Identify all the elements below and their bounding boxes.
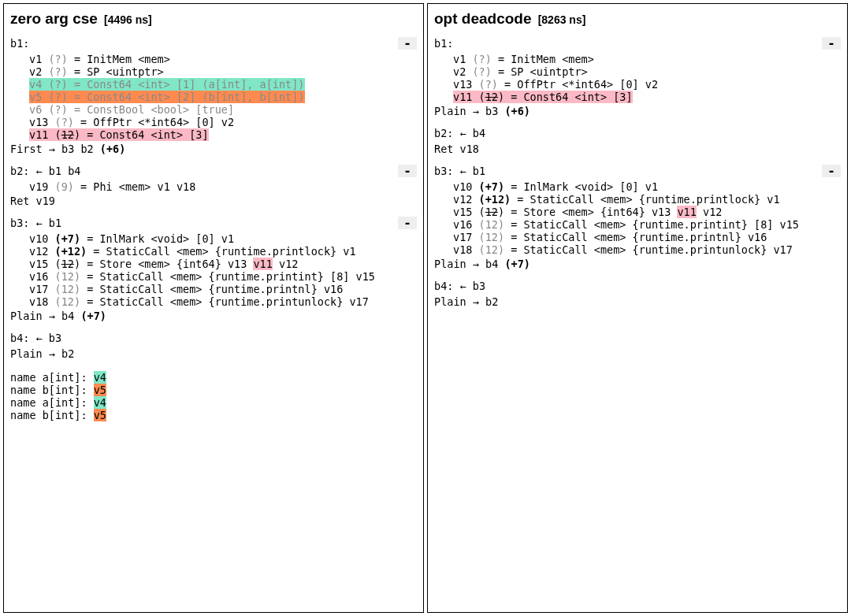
ssa-token[interactable]: v1 — [453, 53, 472, 65]
ssa-token[interactable]: (+7) — [80, 310, 106, 322]
ssa-token[interactable]: = StaticCall <mem> {runtime.printlock} v… — [511, 193, 779, 206]
ssa-token[interactable]: v10 — [453, 180, 479, 193]
ssa-token[interactable]: = StaticCall <mem> {runtime.printint} [8… — [80, 270, 375, 283]
ssa-token[interactable]: = Phi <mem> v1 v18 — [74, 180, 195, 193]
ssa-token[interactable]: (+7) — [55, 232, 81, 245]
ssa-token[interactable]: v11 — [253, 258, 272, 270]
ssa-token[interactable]: v12 — [697, 206, 723, 218]
ssa-token[interactable]: = StaticCall <mem> {runtime.printint} [8… — [504, 218, 799, 231]
block-header[interactable]: b4: ← b3 — [10, 332, 61, 344]
name-value[interactable]: v4 — [94, 371, 106, 384]
ssa-token[interactable]: (+6) — [100, 143, 126, 155]
ssa-token[interactable]: (?) — [48, 53, 67, 65]
ssa-token[interactable]: = InlMark <void> [0] v1 — [80, 232, 234, 245]
ssa-token[interactable]: v10 — [29, 232, 55, 245]
ssa-token[interactable]: (+12) — [55, 245, 87, 258]
ssa-token[interactable]: (+12) — [479, 193, 511, 206]
ssa-token[interactable]: ) = Const64 <int> [3] — [498, 91, 633, 103]
ssa-token[interactable]: v13 — [453, 78, 479, 91]
ssa-token[interactable]: (?) — [479, 78, 498, 91]
ssa-token[interactable]: Plain → b4 — [434, 258, 504, 270]
ssa-token[interactable]: v1 — [29, 53, 48, 65]
ssa-token[interactable]: (?) — [48, 65, 67, 78]
ssa-token[interactable]: Ret v18 — [434, 143, 479, 155]
collapse-button[interactable]: - — [822, 165, 841, 177]
ssa-token[interactable]: (?) — [472, 65, 491, 78]
ssa-token[interactable]: = SP <uintptr> — [68, 65, 164, 78]
ssa-token[interactable]: v2 — [453, 65, 472, 78]
ssa-token[interactable]: v19 — [29, 180, 55, 193]
ssa-token[interactable]: = OffPtr <*int64> [0] v2 — [498, 78, 658, 91]
ssa-token[interactable]: = StaticCall <mem> {runtime.printlock} v… — [87, 245, 355, 258]
ssa-token[interactable]: (+6) — [504, 105, 530, 117]
ssa-token[interactable]: v5 (?) = Const64 <int> [2] (b[int], b[in… — [29, 91, 305, 103]
ssa-token[interactable]: v11 ( — [29, 128, 61, 141]
ssa-token[interactable]: 12 — [61, 258, 74, 270]
ssa-token[interactable]: = StaticCall <mem> {runtime.printunlock}… — [80, 295, 369, 308]
ssa-token[interactable]: = StaticCall <mem> {runtime.printnl} v16 — [504, 231, 767, 243]
ssa-token[interactable]: 12 — [61, 128, 74, 141]
name-value[interactable]: v5 — [94, 409, 106, 421]
block-header[interactable]: b1: — [434, 37, 453, 50]
name-value[interactable]: v4 — [94, 396, 106, 409]
ssa-token[interactable]: (+7) — [504, 258, 530, 270]
ssa-token[interactable]: First → b3 b2 — [10, 143, 100, 155]
ssa-token[interactable]: v12 — [453, 193, 479, 206]
ssa-token[interactable]: = InitMem <mem> — [492, 53, 594, 65]
ssa-token[interactable]: (9) — [55, 180, 74, 193]
ssa-token[interactable]: ) = Store <mem> {int64} v13 — [74, 258, 254, 270]
ssa-token[interactable]: v4 (?) = Const64 <int> [1] (a[int], a[in… — [29, 78, 305, 91]
ssa-token[interactable]: (?) — [472, 53, 491, 65]
ssa-token[interactable]: v15 ( — [29, 258, 61, 270]
ssa-token[interactable]: v17 — [453, 231, 479, 243]
ssa-token[interactable]: Plain → b2 — [434, 295, 498, 308]
ssa-token[interactable]: v17 — [29, 283, 55, 295]
ssa-token[interactable]: v15 ( — [453, 206, 485, 218]
ssa-token[interactable]: v11 — [677, 206, 696, 218]
ssa-token[interactable]: (12) — [479, 231, 505, 243]
ssa-token[interactable]: Ret v19 — [10, 195, 55, 207]
ssa-token[interactable]: = StaticCall <mem> {runtime.printunlock}… — [504, 243, 793, 256]
ssa-token[interactable]: Plain → b4 — [10, 310, 80, 322]
collapse-button[interactable]: - — [398, 37, 417, 50]
ssa-token[interactable]: (12) — [55, 270, 81, 283]
ssa-token[interactable]: v16 — [29, 270, 55, 283]
ssa-token[interactable]: ) = Const64 <int> [3] — [74, 128, 209, 141]
ssa-token[interactable]: v13 — [29, 116, 55, 128]
ssa-token[interactable]: Plain → b3 — [434, 105, 504, 117]
collapse-button[interactable]: - — [398, 217, 417, 229]
ssa-token[interactable]: (12) — [479, 243, 505, 256]
ssa-token[interactable]: ) = Store <mem> {int64} v13 — [498, 206, 678, 218]
ssa-token[interactable]: Plain → b2 — [10, 347, 74, 360]
block-header[interactable]: b3: ← b1 — [434, 165, 485, 177]
ssa-token[interactable]: v18 — [453, 243, 479, 256]
collapse-button[interactable]: - — [398, 165, 417, 177]
ssa-token[interactable]: v18 — [29, 295, 55, 308]
ssa-token[interactable]: v12 — [29, 245, 55, 258]
ssa-token[interactable]: 12 — [485, 91, 498, 103]
block-header[interactable]: b4: ← b3 — [434, 280, 485, 292]
ssa-token[interactable]: v2 — [29, 65, 48, 78]
ssa-token[interactable]: v12 — [273, 258, 299, 270]
ssa-token[interactable]: v11 ( — [453, 91, 485, 103]
block-header[interactable]: b2: ← b4 — [434, 127, 485, 139]
name-value[interactable]: v5 — [94, 384, 106, 396]
ssa-token[interactable]: v16 — [453, 218, 479, 231]
ssa-token[interactable]: 12 — [485, 206, 498, 218]
collapse-button[interactable]: - — [822, 37, 841, 50]
ssa-token[interactable]: = SP <uintptr> — [492, 65, 588, 78]
block-header[interactable]: b2: ← b1 b4 — [10, 165, 80, 177]
block-header[interactable]: b3: ← b1 — [10, 217, 61, 229]
ssa-token[interactable]: (?) — [55, 116, 74, 128]
ssa-token[interactable]: (+7) — [479, 180, 505, 193]
ssa-token[interactable]: (12) — [55, 295, 81, 308]
ssa-token[interactable]: = StaticCall <mem> {runtime.printnl} v16 — [80, 283, 343, 295]
ssa-token[interactable]: v6 (?) = ConstBool <bool> [true] — [29, 103, 234, 116]
ssa-token[interactable]: (12) — [479, 218, 505, 231]
block-header[interactable]: b1: — [10, 37, 29, 50]
panel-title-left: zero arg cse — [10, 10, 98, 27]
ssa-token[interactable]: (12) — [55, 283, 81, 295]
ssa-token[interactable]: = InlMark <void> [0] v1 — [504, 180, 658, 193]
ssa-token[interactable]: = OffPtr <*int64> [0] v2 — [74, 116, 234, 128]
ssa-token[interactable]: = InitMem <mem> — [68, 53, 170, 65]
